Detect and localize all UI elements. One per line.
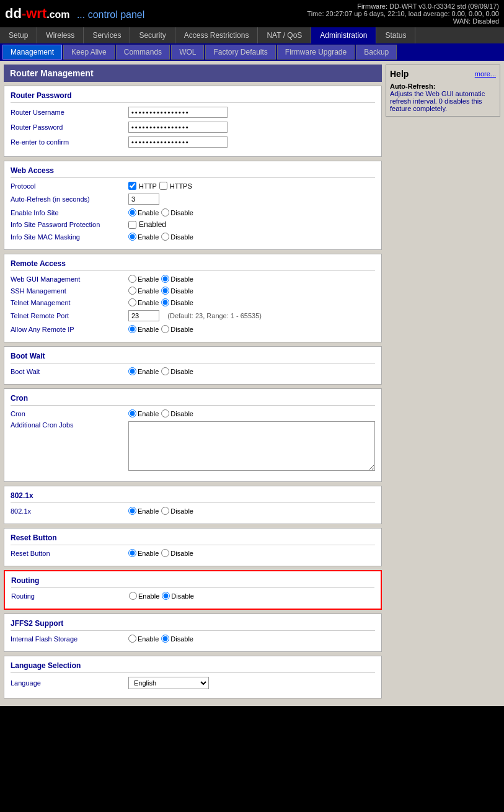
info-site-password-value[interactable]: Enabled <box>139 220 166 229</box>
routing-enable-radio[interactable] <box>129 592 137 600</box>
http-label[interactable]: HTTP <box>139 182 157 190</box>
cron-section: Cron Cron Enable Disable Additional Cron… <box>4 388 382 482</box>
telnet-row: Telnet Management Enable Disable <box>11 298 375 306</box>
ssh-disable-option[interactable]: Disable <box>161 287 193 295</box>
mac-enable-radio[interactable] <box>128 233 136 241</box>
telnet-enable-option[interactable]: Enable <box>128 298 159 306</box>
info-site-enable-radio[interactable] <box>128 208 136 216</box>
reset-disable-radio[interactable] <box>161 549 169 557</box>
cron-disable-radio[interactable] <box>161 409 169 417</box>
routing-label: Routing <box>11 592 129 600</box>
reset-button-label: Reset Button <box>11 550 128 557</box>
tab-security[interactable]: Security <box>130 27 175 43</box>
auto-refresh-label: Auto-Refresh (in seconds) <box>11 195 128 203</box>
telnet-enable-radio[interactable] <box>128 298 136 306</box>
mac-disable-radio[interactable] <box>161 233 169 241</box>
routing-disable-option[interactable]: Disable <box>162 592 194 600</box>
subtab-backup[interactable]: Backup <box>356 45 397 60</box>
ssh-enable-option[interactable]: Enable <box>128 287 159 295</box>
boot-wait-disable-option[interactable]: Disable <box>161 367 193 375</box>
ssh-disable-radio[interactable] <box>161 287 169 295</box>
reset-disable-option[interactable]: Disable <box>161 549 193 557</box>
cron-enable-radio[interactable] <box>128 409 136 417</box>
enable-info-site-control: Enable Disable <box>128 208 375 216</box>
dot1x-control: Enable Disable <box>128 507 375 515</box>
ssh-row: SSH Management Enable Disable <box>11 287 375 295</box>
subtab-firmware-upgrade[interactable]: Firmware Upgrade <box>277 45 355 60</box>
dot1x-disable-option[interactable]: Disable <box>161 507 193 515</box>
router-username-input[interactable] <box>128 107 228 118</box>
subtab-commands[interactable]: Commands <box>116 45 170 60</box>
router-confirm-row: Re-enter to confirm <box>11 136 375 148</box>
remote-access-section: Remote Access Web GUI Management Enable … <box>4 254 382 342</box>
web-gui-control: Enable Disable <box>128 275 375 283</box>
auto-refresh-input[interactable] <box>128 194 159 205</box>
jffs2-disable-radio[interactable] <box>161 635 169 643</box>
remote-ip-enable-radio[interactable] <box>128 325 136 333</box>
dot1x-enable-option[interactable]: Enable <box>128 507 159 515</box>
jffs2-enable-radio[interactable] <box>128 635 136 643</box>
https-label[interactable]: HTTPS <box>170 182 192 190</box>
router-confirm-input[interactable] <box>128 136 228 148</box>
tab-administration[interactable]: Administration <box>311 27 376 43</box>
https-checkbox[interactable] <box>159 182 167 190</box>
web-gui-enable-option[interactable]: Enable <box>128 275 159 283</box>
remote-ip-disable-radio[interactable] <box>161 325 169 333</box>
boot-wait-enable-radio[interactable] <box>128 367 136 375</box>
router-username-label: Router Username <box>11 109 128 116</box>
jffs2-title: JFFS2 Support <box>11 619 375 631</box>
routing-enable-option[interactable]: Enable <box>129 592 159 600</box>
info-site-disable-radio[interactable] <box>161 208 169 216</box>
tab-status[interactable]: Status <box>376 27 415 43</box>
telnet-disable-radio[interactable] <box>161 298 169 306</box>
tab-services[interactable]: Services <box>84 27 130 43</box>
info-site-enable-option[interactable]: Enable <box>128 208 159 216</box>
additional-cron-control <box>128 421 375 473</box>
boot-wait-disable-radio[interactable] <box>161 367 169 375</box>
tab-nat-qos[interactable]: NAT / QoS <box>258 27 311 43</box>
tab-wireless[interactable]: Wireless <box>37 27 84 43</box>
protocol-row: Protocol HTTP HTTPS <box>11 182 375 190</box>
jffs2-label: Internal Flash Storage <box>11 635 128 643</box>
info-site-password-checkbox[interactable] <box>128 221 136 229</box>
language-select[interactable]: English Deutsch Español Français <box>128 677 209 689</box>
tab-access-restrictions[interactable]: Access Restrictions <box>175 27 259 43</box>
remote-ip-disable-option[interactable]: Disable <box>161 325 193 333</box>
info-site-disable-option[interactable]: Disable <box>161 208 193 216</box>
jffs2-enable-option[interactable]: Enable <box>128 635 159 643</box>
web-gui-enable-radio[interactable] <box>128 275 136 283</box>
telnet-disable-option[interactable]: Disable <box>161 298 193 306</box>
mac-enable-option[interactable]: Enable <box>128 233 159 241</box>
additional-cron-textarea[interactable] <box>128 421 375 471</box>
boot-wait-enable-option[interactable]: Enable <box>128 367 159 375</box>
reset-enable-radio[interactable] <box>128 549 136 557</box>
subtab-wol[interactable]: WOL <box>171 45 204 60</box>
dot1x-disable-radio[interactable] <box>161 507 169 515</box>
jffs2-row: Internal Flash Storage Enable Disable <box>11 635 375 643</box>
web-gui-disable-option[interactable]: Disable <box>161 275 193 283</box>
reset-enable-option[interactable]: Enable <box>128 549 159 557</box>
dot1x-section: 802.1x 802.1x Enable Disable <box>4 486 382 524</box>
enable-info-site-label: Enable Info Site <box>11 209 128 216</box>
ssh-enable-radio[interactable] <box>128 287 136 295</box>
tab-setup[interactable]: Setup <box>0 27 37 43</box>
router-password-input[interactable] <box>128 122 228 133</box>
subtab-factory-defaults[interactable]: Factory Defaults <box>205 45 275 60</box>
subtab-keep-alive[interactable]: Keep Alive <box>63 45 115 60</box>
help-more-link[interactable]: more... <box>475 70 496 78</box>
cron-disable-option[interactable]: Disable <box>161 409 193 417</box>
telnet-port-input[interactable] <box>128 310 159 321</box>
mac-disable-option[interactable]: Disable <box>161 233 193 241</box>
cron-enable-option[interactable]: Enable <box>128 409 159 417</box>
routing-disable-radio[interactable] <box>162 592 170 600</box>
dot1x-label: 802.1x <box>11 507 128 515</box>
remote-ip-enable-option[interactable]: Enable <box>128 325 159 333</box>
telnet-port-note: (Default: 23, Range: 1 - 65535) <box>167 312 262 319</box>
routing-row: Routing Enable Disable <box>11 592 374 600</box>
subtab-management[interactable]: Management <box>2 45 62 60</box>
web-gui-disable-radio[interactable] <box>161 275 169 283</box>
jffs2-disable-option[interactable]: Disable <box>161 635 193 643</box>
http-checkbox[interactable] <box>128 182 136 190</box>
dot1x-enable-radio[interactable] <box>128 507 136 515</box>
dot1x-title: 802.1x <box>11 491 375 503</box>
